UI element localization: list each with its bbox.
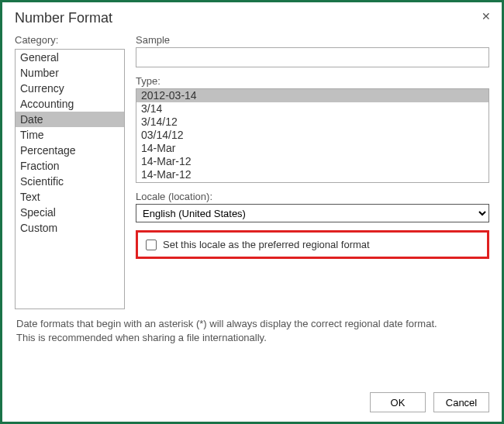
preferred-locale-row: Set this locale as the preferred regiona… [136, 230, 489, 259]
ok-button[interactable]: OK [370, 392, 426, 412]
type-option[interactable]: 14-Mar-12 [136, 168, 488, 181]
type-option[interactable]: 03/14/12 [136, 129, 488, 142]
category-option[interactable]: Accounting [16, 96, 124, 112]
type-option[interactable]: 2012-03-14 [136, 89, 488, 102]
locale-label: Locale (location): [136, 191, 489, 202]
type-option[interactable]: 3/14/12 [136, 115, 488, 129]
close-icon[interactable]: ✕ [482, 10, 491, 22]
type-listbox[interactable]: 2012-03-143/143/14/1203/14/1214-Mar14-Ma… [136, 88, 489, 183]
category-option[interactable]: Special [16, 205, 124, 220]
category-listbox[interactable]: GeneralNumberCurrencyAccountingDateTimeP… [15, 49, 125, 309]
sample-output [136, 47, 489, 67]
category-label: Category: [15, 34, 125, 46]
type-option[interactable]: 14-Mar-12 [136, 155, 488, 168]
cancel-button[interactable]: Cancel [433, 392, 489, 412]
number-format-dialog: Number Format ✕ Category: GeneralNumberC… [0, 0, 504, 424]
locale-select[interactable]: English (United States) [136, 204, 489, 222]
sample-label: Sample [136, 34, 489, 46]
preferred-locale-checkbox[interactable] [146, 240, 157, 250]
category-option[interactable]: Scientific [16, 174, 124, 189]
category-option[interactable]: Currency [16, 81, 124, 96]
category-option[interactable]: Date [16, 112, 124, 127]
help-text: Date formats that begin with an asterisk… [2, 309, 502, 344]
category-option[interactable]: Number [16, 65, 124, 81]
dialog-title: Number Format [2, 2, 502, 26]
category-option[interactable]: Fraction [16, 158, 124, 174]
type-option[interactable]: 14-Mar [136, 142, 488, 155]
preferred-locale-label: Set this locale as the preferred regiona… [163, 239, 370, 250]
category-option[interactable]: Time [16, 127, 124, 143]
category-option[interactable]: Text [16, 189, 124, 205]
category-option[interactable]: Custom [16, 220, 124, 236]
category-option[interactable]: General [16, 50, 124, 65]
category-option[interactable]: Percentage [16, 143, 124, 158]
type-option[interactable]: 3/14 [136, 102, 488, 115]
type-label: Type: [136, 75, 489, 87]
